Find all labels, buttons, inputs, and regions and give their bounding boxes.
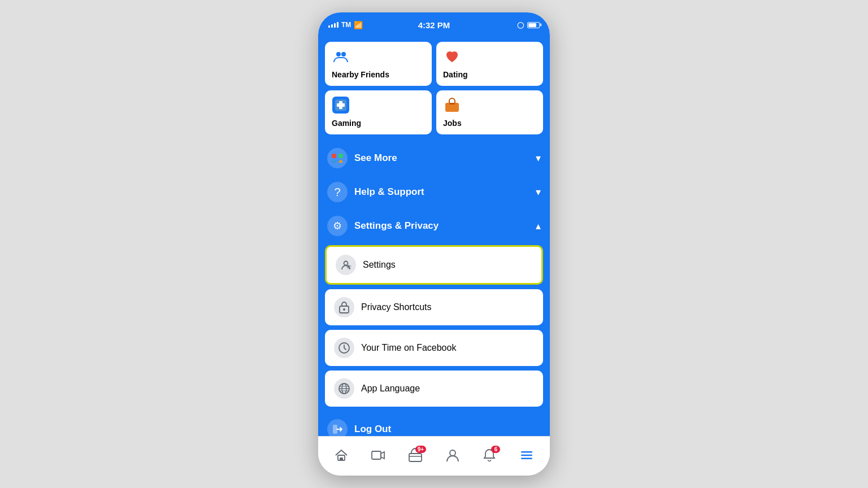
see-more-icon — [327, 148, 348, 168]
time-icon — [334, 338, 354, 358]
tab-menu[interactable] — [514, 445, 540, 468]
help-support-label: Help & Support — [354, 186, 529, 198]
main-content: Nearby Friends Dating — [318, 37, 550, 436]
svg-point-14 — [348, 265, 350, 268]
dating-label: Dating — [443, 70, 536, 79]
status-bar: TM 📶 4:32 PM ◯ — [318, 12, 550, 37]
status-time: 4:32 PM — [418, 20, 450, 30]
svg-rect-22 — [340, 457, 343, 460]
battery-icon — [527, 22, 540, 28]
notifications-badge: 6 — [491, 446, 500, 453]
signal-bars — [328, 22, 338, 28]
tab-notifications[interactable]: 6 — [476, 445, 502, 468]
marketplace-badge: 9+ — [415, 446, 426, 453]
logout-row[interactable]: Log Out — [318, 411, 550, 436]
time-on-facebook-label: Your Time on Facebook — [361, 343, 456, 353]
tab-bar: 9+ 6 — [318, 436, 550, 476]
nearby-friends-item[interactable]: Nearby Friends — [325, 42, 432, 86]
svg-rect-28 — [521, 457, 532, 459]
svg-rect-9 — [332, 154, 336, 158]
privacy-icon — [334, 297, 354, 317]
svg-point-16 — [343, 308, 345, 311]
signal-bar-4 — [337, 22, 338, 28]
svg-rect-7 — [449, 103, 455, 104]
grid-row-2: Gaming Jobs — [325, 90, 543, 134]
gaming-label: Gaming — [332, 119, 425, 128]
svg-rect-27 — [521, 454, 532, 456]
gaming-icon — [332, 96, 350, 114]
app-language-card[interactable]: App Language — [325, 371, 543, 407]
lock-icon: ◯ — [517, 21, 524, 29]
grid-row-1: Nearby Friends Dating — [325, 42, 543, 86]
logout-icon — [327, 419, 348, 436]
language-icon — [334, 378, 354, 399]
settings-privacy-chevron: ▴ — [536, 220, 541, 232]
logout-label: Log Out — [354, 424, 391, 435]
see-more-label: See More — [354, 152, 529, 164]
svg-rect-11 — [332, 160, 336, 163]
jobs-icon — [443, 96, 461, 114]
svg-rect-5 — [337, 103, 345, 107]
svg-rect-26 — [521, 451, 532, 453]
svg-point-25 — [450, 450, 455, 456]
tab-profile[interactable] — [440, 445, 466, 468]
status-left: TM 📶 — [328, 21, 363, 29]
svg-point-13 — [344, 262, 348, 265]
tab-home[interactable] — [328, 445, 354, 468]
privacy-shortcuts-card[interactable]: Privacy Shortcuts — [325, 289, 543, 325]
jobs-label: Jobs — [443, 119, 536, 128]
privacy-shortcuts-label: Privacy Shortcuts — [361, 302, 431, 312]
profile-icon — [445, 448, 460, 465]
settings-label: Settings — [363, 260, 396, 270]
jobs-item[interactable]: Jobs — [436, 90, 543, 134]
menu-icon — [519, 448, 534, 465]
help-icon: ? — [327, 182, 348, 202]
dating-item[interactable]: Dating — [436, 42, 543, 86]
help-support-chevron: ▾ — [536, 186, 541, 198]
signal-bar-2 — [331, 24, 333, 28]
see-more-header[interactable]: See More ▾ — [318, 141, 550, 175]
svg-point-1 — [341, 52, 346, 56]
phone-container: TM 📶 4:32 PM ◯ — [318, 12, 550, 476]
svg-rect-10 — [338, 154, 343, 158]
nearby-friends-label: Nearby Friends — [332, 70, 425, 79]
wifi-icon: 📶 — [354, 21, 363, 29]
settings-card[interactable]: Settings — [325, 245, 543, 285]
nearby-friends-icon — [332, 47, 350, 66]
tab-marketplace[interactable]: 9+ — [402, 445, 428, 468]
signal-bar-1 — [328, 25, 330, 28]
signal-bar-3 — [334, 23, 336, 28]
carrier-label: TM — [341, 21, 351, 29]
time-on-facebook-card[interactable]: Your Time on Facebook — [325, 330, 543, 366]
settings-icon: ⚙ — [327, 216, 348, 236]
svg-point-8 — [327, 148, 348, 168]
svg-rect-24 — [409, 454, 422, 461]
video-icon — [371, 448, 385, 465]
top-grid-section: Nearby Friends Dating — [318, 37, 550, 141]
settings-privacy-label: Settings & Privacy — [354, 220, 529, 232]
settings-privacy-header[interactable]: ⚙ Settings & Privacy ▴ — [318, 209, 550, 243]
dating-icon — [443, 47, 461, 66]
see-more-chevron: ▾ — [536, 152, 541, 164]
tab-video[interactable] — [365, 445, 391, 468]
home-icon — [334, 448, 349, 465]
battery-tip — [540, 24, 541, 27]
settings-card-icon — [336, 255, 356, 275]
app-language-label: App Language — [361, 384, 420, 394]
svg-rect-23 — [372, 451, 381, 459]
svg-point-0 — [336, 52, 341, 56]
gaming-item[interactable]: Gaming — [325, 90, 432, 134]
help-support-header[interactable]: ? Help & Support ▾ — [318, 175, 550, 209]
battery-fill — [528, 23, 536, 27]
status-right: ◯ — [517, 21, 540, 29]
